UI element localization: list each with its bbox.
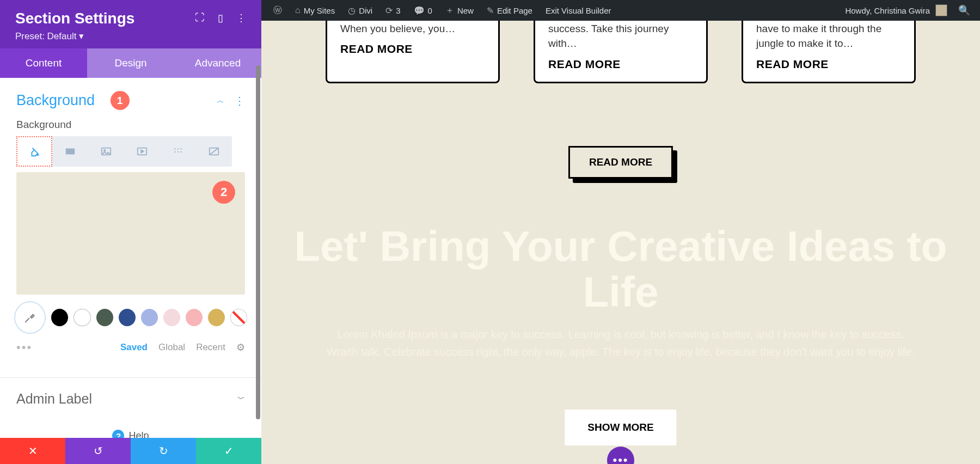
new-label: New bbox=[457, 6, 474, 15]
palette-links: ••• Saved Global Recent ⚙ bbox=[0, 334, 261, 355]
tab-design[interactable]: Design bbox=[87, 48, 174, 78]
wp-logo[interactable]: ⓦ bbox=[267, 0, 289, 21]
exit-visual-builder-link[interactable]: Exit Visual Builder bbox=[539, 0, 618, 21]
card-excerpt: angels. Let me be clear, you have to mak… bbox=[756, 21, 901, 51]
undo-button[interactable]: ↺ bbox=[65, 438, 131, 464]
swatch-black[interactable] bbox=[51, 309, 68, 326]
video-icon bbox=[136, 145, 148, 157]
eyedropper-button[interactable] bbox=[14, 301, 46, 334]
bg-video-tab[interactable] bbox=[124, 136, 160, 167]
readmore-section: READ MORE bbox=[568, 146, 673, 179]
comment-icon: 💬 bbox=[414, 5, 425, 16]
gauge-icon: ◷ bbox=[348, 5, 356, 16]
bg-pattern-tab[interactable] bbox=[160, 136, 196, 167]
refresh-icon: ⟳ bbox=[385, 5, 393, 16]
expand-icon[interactable]: ⛶ bbox=[195, 12, 205, 24]
comments-link[interactable]: 💬0 bbox=[407, 0, 439, 21]
read-more-button[interactable]: READ MORE bbox=[568, 146, 673, 179]
panel-body: Background 1 ︿ ⋮ Background bbox=[0, 78, 261, 438]
blog-card[interactable]: through the pathway of more success. Tak… bbox=[534, 21, 708, 83]
background-color-preview[interactable]: 2 bbox=[16, 172, 245, 295]
pencil-icon: ✎ bbox=[487, 5, 494, 16]
updates-count: 3 bbox=[396, 6, 400, 15]
tab-content[interactable]: Content bbox=[0, 48, 87, 78]
svg-point-6 bbox=[177, 148, 179, 149]
pattern-icon bbox=[172, 145, 184, 157]
svg-point-5 bbox=[174, 148, 175, 149]
blog-card[interactable]: succeed you must believe. When you belie… bbox=[326, 21, 500, 83]
card-readmore-link[interactable]: READ MORE bbox=[340, 42, 485, 56]
admin-label-title: Admin Label bbox=[16, 391, 237, 407]
my-sites-link[interactable]: ⌂My Sites bbox=[289, 0, 341, 21]
swatch-white[interactable] bbox=[74, 309, 90, 326]
palette-saved-link[interactable]: Saved bbox=[120, 342, 148, 353]
gradient-icon bbox=[64, 145, 76, 157]
card-excerpt: through the pathway of more success. Tak… bbox=[548, 21, 693, 51]
page-canvas: succeed you must believe. When you belie… bbox=[261, 21, 980, 464]
paint-bucket-icon bbox=[28, 145, 40, 157]
panel-scrollbar[interactable] bbox=[256, 65, 260, 419]
comments-count: 0 bbox=[428, 6, 432, 15]
panel-header: Section Settings Preset: Default ▾ ⛶ ▯ ⋮ bbox=[0, 0, 261, 48]
background-section-header[interactable]: Background 1 ︿ ⋮ bbox=[0, 78, 261, 113]
annotation-badge-1: 1 bbox=[111, 91, 130, 110]
bg-color-tab[interactable] bbox=[16, 136, 52, 167]
site-link[interactable]: ◷Divi bbox=[341, 0, 379, 21]
help-row[interactable]: ? Help bbox=[0, 420, 261, 438]
swatch-clear[interactable] bbox=[230, 309, 247, 326]
swatch-pink[interactable] bbox=[186, 309, 203, 326]
swatch-periwinkle[interactable] bbox=[141, 309, 158, 326]
svg-point-0 bbox=[38, 155, 39, 156]
cancel-button[interactable]: ✕ bbox=[0, 438, 65, 464]
chevron-down-icon[interactable]: ﹀ bbox=[237, 394, 245, 404]
hero-section: Let' Bring Your Creative Ideas to Life L… bbox=[261, 223, 980, 361]
hero-body: Lorem Khaled Ipsum is a major key to suc… bbox=[327, 326, 915, 361]
bg-gradient-tab[interactable] bbox=[52, 136, 88, 167]
swatch-gold[interactable] bbox=[208, 309, 225, 326]
card-readmore-link[interactable]: READ MORE bbox=[756, 58, 901, 71]
bg-mask-tab[interactable] bbox=[196, 136, 232, 167]
admin-search-icon[interactable]: 🔍 bbox=[954, 4, 975, 16]
new-link[interactable]: ＋New bbox=[439, 0, 480, 21]
show-more-button[interactable]: SHOW MORE bbox=[565, 410, 676, 445]
user-menu[interactable]: Howdy, Christina Gwira bbox=[838, 0, 954, 21]
chevron-up-icon[interactable]: ︿ bbox=[217, 96, 224, 106]
help-icon: ? bbox=[112, 430, 124, 438]
more-icon[interactable]: ⋮ bbox=[236, 12, 246, 24]
save-button[interactable]: ✓ bbox=[196, 438, 261, 464]
palette-global-link[interactable]: Global bbox=[158, 342, 185, 353]
builder-fab[interactable]: ••• bbox=[607, 447, 634, 464]
sites-icon: ⌂ bbox=[295, 5, 301, 15]
swatch-navy[interactable] bbox=[119, 309, 136, 326]
background-section-title: Background bbox=[16, 92, 104, 109]
avatar bbox=[935, 4, 947, 16]
help-label: Help bbox=[128, 430, 149, 438]
updates-link[interactable]: ⟳3 bbox=[379, 0, 407, 21]
blog-cards: succeed you must believe. When you belie… bbox=[261, 21, 980, 83]
palette-gear-icon[interactable]: ⚙ bbox=[236, 341, 245, 353]
mask-icon bbox=[208, 145, 220, 157]
svg-point-10 bbox=[180, 151, 181, 152]
swatch-olive[interactable] bbox=[96, 309, 113, 326]
redo-button[interactable]: ↻ bbox=[131, 438, 196, 464]
palette-recent-link[interactable]: Recent bbox=[196, 342, 225, 353]
blog-card[interactable]: angels. Let me be clear, you have to mak… bbox=[742, 21, 916, 83]
bg-image-tab[interactable] bbox=[88, 136, 124, 167]
section-more-icon[interactable]: ⋮ bbox=[234, 94, 245, 107]
card-readmore-link[interactable]: READ MORE bbox=[548, 58, 693, 71]
tab-advanced[interactable]: Advanced bbox=[174, 48, 261, 78]
admin-label-section-header[interactable]: Admin Label ﹀ bbox=[0, 378, 261, 420]
responsive-icon[interactable]: ▯ bbox=[218, 12, 223, 24]
swatch-blush[interactable] bbox=[163, 309, 180, 326]
plus-icon: ＋ bbox=[445, 5, 454, 16]
wp-admin-bar: ⓦ ⌂My Sites ◷Divi ⟳3 💬0 ＋New ✎Edit Page … bbox=[261, 0, 980, 21]
edit-page-link[interactable]: ✎Edit Page bbox=[480, 0, 539, 21]
panel-footer: ✕ ↺ ↻ ✓ bbox=[0, 438, 261, 464]
image-icon bbox=[100, 145, 112, 157]
svg-point-3 bbox=[104, 150, 106, 151]
preset-dropdown[interactable]: Preset: Default ▾ bbox=[15, 30, 246, 42]
palette-more-icon[interactable]: ••• bbox=[16, 340, 32, 355]
svg-point-8 bbox=[174, 151, 175, 152]
site-label: Divi bbox=[359, 6, 372, 15]
settings-panel: Section Settings Preset: Default ▾ ⛶ ▯ ⋮… bbox=[0, 0, 261, 464]
